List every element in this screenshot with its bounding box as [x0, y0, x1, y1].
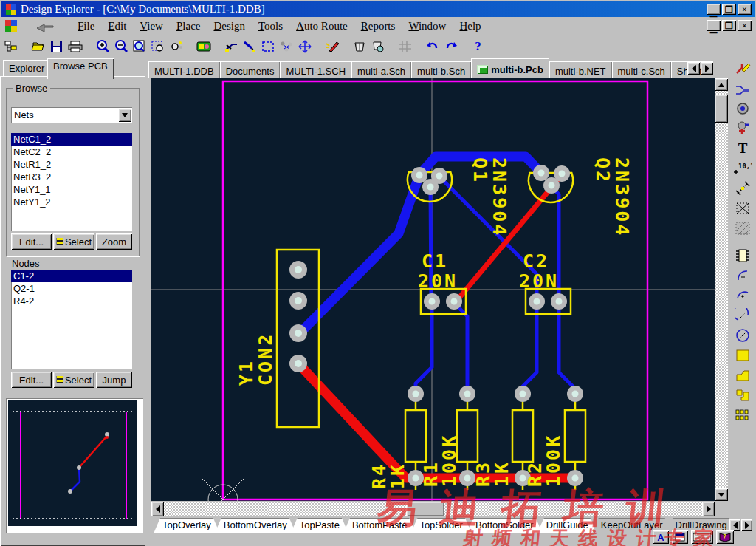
net-item-netr3-2[interactable]: NetR3_2: [11, 171, 132, 183]
menu-place[interactable]: Place: [170, 18, 207, 34]
net-item-netc1-2[interactable]: NetC1_2: [11, 133, 132, 146]
nets-edit-button[interactable]: Edit...: [11, 233, 52, 250]
place-via-icon[interactable]: [732, 119, 753, 137]
close-button[interactable]: ×: [738, 4, 752, 15]
doc-minimize-button[interactable]: ▁: [707, 20, 721, 31]
menu-file[interactable]: File: [71, 18, 101, 34]
nodes-jump-button[interactable]: Jump: [96, 372, 132, 388]
place-fill-icon[interactable]: [732, 346, 753, 364]
scroll-left-icon[interactable]: [151, 502, 164, 516]
doc-tab-multi-1-ddb[interactable]: MULTI-1.DDB: [148, 61, 220, 78]
horizontal-scrollbar[interactable]: [151, 502, 715, 516]
nets-zoom-button[interactable]: Zoom: [96, 233, 132, 250]
place-component-icon[interactable]: [732, 246, 753, 265]
menu-view[interactable]: View: [133, 18, 170, 34]
doc-tab-multi-c-sch[interactable]: multi-c.Sch: [612, 61, 671, 78]
browse-mode-dropdown[interactable]: Nets: [11, 107, 132, 123]
label-r1-value[interactable]: 100K: [439, 434, 460, 487]
label-q2-ref[interactable]: Q2: [592, 157, 614, 184]
label-c2-value[interactable]: 20N: [519, 270, 559, 292]
net-item-nety1-2[interactable]: NetY1_2: [11, 196, 132, 208]
label-c2-ref[interactable]: C2: [523, 250, 549, 272]
silkscreen-labels[interactable]: Q1 2N3904 Q2 2N3904 C1 20N C2 20N Y1 CON…: [236, 157, 633, 489]
node-item-q2-1[interactable]: Q2-1: [11, 282, 132, 295]
component-r1-outline[interactable]: [405, 410, 426, 462]
place-coordinate-icon[interactable]: 10,10: [732, 159, 753, 177]
3d-navigate-icon[interactable]: [368, 38, 387, 55]
label-r2-value[interactable]: 100K: [543, 434, 564, 487]
place-string-icon[interactable]: T: [732, 139, 753, 157]
node-item-r4-2[interactable]: R4-2: [11, 295, 132, 307]
top-layer-tracks[interactable]: [298, 175, 577, 478]
menu-tools[interactable]: Tools: [252, 18, 289, 34]
arc-by-edge-icon[interactable]: [732, 266, 753, 284]
net-item-nety1-1[interactable]: NetY1_1: [11, 183, 132, 196]
doc-tab-multi-b-net[interactable]: multi-b.NET: [549, 61, 612, 78]
scroll-up-icon[interactable]: [715, 78, 728, 91]
layer-tab-topoverlay[interactable]: TopOverlay: [154, 518, 220, 533]
menu-reports[interactable]: Reports: [354, 18, 402, 34]
split-plane-icon[interactable]: [732, 386, 753, 404]
document-arrow-icon[interactable]: [35, 21, 55, 32]
3d-view-icon[interactable]: [350, 38, 368, 55]
net-item-netc2-2[interactable]: NetC2_2: [11, 146, 132, 158]
pad-array-icon[interactable]: [732, 406, 753, 424]
doc-tabs-scroll-right-icon[interactable]: [701, 62, 713, 75]
net-list[interactable]: NetC1_2NetC2_2NetR1_2NetR3_2NetY1_1NetY1…: [11, 133, 132, 231]
open-folder-icon[interactable]: [29, 38, 47, 55]
layer-tab-bottomsolder[interactable]: BottomSolder: [467, 518, 543, 533]
zoom-out-icon[interactable]: [111, 38, 130, 55]
keyboard-icon[interactable]: [691, 530, 713, 544]
doc-close-button[interactable]: ×: [738, 20, 752, 31]
arc-any-angle-icon[interactable]: [732, 306, 753, 324]
doc-tab-documents[interactable]: Documents: [220, 61, 281, 78]
minimize-button[interactable]: ▁: [707, 4, 721, 15]
label-r3-value[interactable]: 1K: [491, 460, 512, 487]
label-q1-ref[interactable]: Q1: [470, 157, 491, 184]
vertical-scrollbar[interactable]: [715, 78, 728, 501]
interactive-routing-icon[interactable]: [732, 59, 753, 78]
place-pad-icon[interactable]: [732, 99, 753, 117]
wire-cutter-icon[interactable]: [221, 38, 240, 55]
layer-tab-bottomoverlay[interactable]: BottomOverlay: [215, 518, 296, 533]
scroll-right-icon[interactable]: [702, 502, 715, 516]
save-icon[interactable]: [47, 38, 66, 55]
label-q1-value[interactable]: 2N3904: [489, 157, 510, 237]
minimap-panel[interactable]: [6, 398, 143, 533]
label-y1-value[interactable]: CON2: [255, 332, 276, 386]
node-item-c1-2[interactable]: C1-2: [11, 270, 132, 282]
zoom-document-icon[interactable]: [130, 38, 148, 55]
place-dimension-icon[interactable]: [732, 179, 753, 197]
label-r4-value[interactable]: 1K: [387, 463, 408, 489]
place-keepout-icon[interactable]: [732, 199, 753, 217]
scroll-down-icon[interactable]: [715, 488, 728, 501]
zoom-area-icon[interactable]: [148, 38, 167, 55]
pcb-editor-canvas[interactable]: Q1 2N3904 Q2 2N3904 C1 20N C2 20N Y1 CON…: [151, 78, 715, 501]
move-object-icon[interactable]: [295, 38, 314, 55]
net-item-netr1-2[interactable]: NetR1_2: [11, 158, 132, 171]
dropdown-arrow-icon[interactable]: [118, 109, 131, 122]
layer-tab-toppaste[interactable]: TopPaste: [291, 518, 348, 533]
full-circle-icon[interactable]: [732, 326, 753, 344]
nets-select-button[interactable]: Select: [53, 233, 94, 250]
panel-tab-browse-pcb[interactable]: Browse PCB: [47, 58, 114, 79]
component-r4-outline[interactable]: [565, 410, 585, 462]
doc-tabs-scroll-left-icon[interactable]: [687, 62, 700, 75]
menu-window[interactable]: Window: [402, 18, 453, 34]
label-q2-value[interactable]: 2N3904: [611, 157, 633, 237]
highlight-pen-icon[interactable]: [323, 38, 341, 55]
layer-tab-topsolder[interactable]: TopSolder: [410, 518, 472, 533]
net-nodes-icon[interactable]: [277, 38, 295, 55]
minimap[interactable]: [8, 400, 137, 526]
print-icon[interactable]: [66, 38, 84, 55]
doc-tab-multi-a-sch[interactable]: multi-a.Sch: [351, 61, 411, 78]
label-y1-ref[interactable]: Y1: [236, 359, 257, 386]
text-mode-icon[interactable]: A: [653, 530, 669, 544]
polygon-plane-icon[interactable]: [732, 366, 753, 384]
label-c1-ref[interactable]: C1: [422, 250, 448, 272]
menu-help[interactable]: Help: [453, 18, 487, 34]
doc-tab-multi-1-sch[interactable]: MULTI-1.SCH: [280, 61, 351, 78]
component-r2-outline[interactable]: [512, 410, 533, 462]
pads[interactable]: [289, 165, 583, 486]
node-list[interactable]: C1-2Q2-1R4-2: [11, 270, 132, 369]
